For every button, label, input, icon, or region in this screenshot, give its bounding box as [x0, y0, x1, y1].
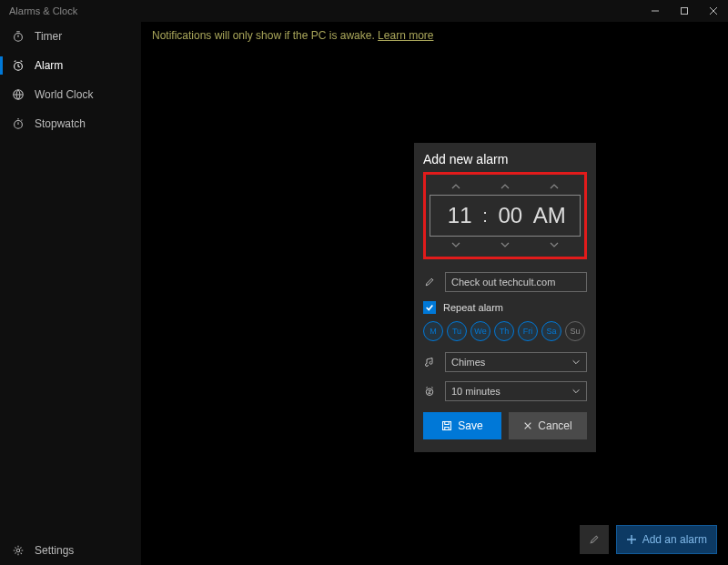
repeat-label: Repeat alarm	[443, 302, 503, 313]
close-button[interactable]	[699, 0, 728, 22]
time-increment-row	[430, 180, 581, 193]
save-icon	[441, 420, 452, 431]
hour-value[interactable]: 11	[444, 203, 475, 228]
content-area: Notifications will only show if the PC i…	[141, 22, 728, 565]
dialog-title: Add new alarm	[423, 152, 587, 166]
dialog-button-row: Save Cancel	[423, 412, 587, 439]
alarm-name-row	[423, 272, 587, 292]
titlebar: Alarms & Clock	[0, 0, 728, 22]
day-fri[interactable]: Fri	[518, 321, 538, 341]
snooze-icon	[423, 385, 436, 398]
minute-up-button[interactable]	[487, 180, 523, 193]
close-icon	[523, 421, 532, 430]
time-colon: :	[482, 206, 488, 227]
edit-alarms-button[interactable]	[580, 525, 609, 554]
add-alarm-label: Add an alarm	[642, 533, 707, 546]
minute-down-button[interactable]	[487, 238, 523, 251]
sidebar-item-label: Timer	[35, 30, 62, 43]
add-alarm-button[interactable]: Add an alarm	[616, 525, 717, 554]
cancel-button[interactable]: Cancel	[509, 412, 587, 439]
repeat-alarm-row: Repeat alarm	[423, 301, 587, 314]
cancel-label: Cancel	[538, 419, 571, 432]
save-button[interactable]: Save	[423, 412, 501, 439]
minimize-button[interactable]	[641, 0, 670, 22]
sound-row: Chimes	[423, 352, 587, 372]
day-thu[interactable]: Th	[494, 321, 514, 341]
time-decrement-row	[430, 238, 581, 251]
day-wed[interactable]: We	[470, 321, 490, 341]
pencil-icon	[589, 533, 600, 546]
app-title: Alarms & Clock	[9, 5, 77, 16]
sidebar-item-alarm[interactable]: Alarm	[0, 51, 141, 80]
note-icon	[423, 356, 436, 368]
sidebar-item-label: Stopwatch	[35, 117, 86, 130]
sidebar-item-label: Alarm	[35, 59, 63, 72]
chevron-down-icon	[571, 388, 581, 395]
notification-learn-more-link[interactable]: Learn more	[378, 29, 433, 42]
repeat-checkbox[interactable]	[423, 301, 436, 314]
bottom-action-bar: Add an alarm	[580, 525, 717, 554]
time-picker-highlight: 11 : 00 AM	[423, 172, 587, 259]
notification-text: Notifications will only show if the PC i…	[152, 29, 378, 42]
ampm-up-button[interactable]	[536, 180, 572, 193]
hour-up-button[interactable]	[438, 180, 474, 193]
svg-rect-7	[443, 422, 451, 430]
minute-value[interactable]: 00	[495, 203, 526, 228]
sound-selected-value: Chimes	[451, 357, 485, 368]
gear-icon	[11, 543, 25, 558]
sidebar-item-world-clock[interactable]: World Clock	[0, 80, 141, 109]
days-of-week-row: M Tu We Th Fri Sa Su	[423, 321, 587, 341]
sidebar-item-label: Settings	[35, 544, 74, 557]
alarm-name-input[interactable]	[445, 272, 587, 292]
sidebar-item-label: World Clock	[35, 88, 93, 101]
save-label: Save	[458, 419, 482, 432]
snooze-selected-value: 10 minutes	[451, 386, 500, 397]
day-sat[interactable]: Sa	[541, 321, 561, 341]
ampm-down-button[interactable]	[536, 238, 572, 251]
sound-select[interactable]: Chimes	[445, 352, 587, 372]
alarm-icon	[11, 58, 25, 73]
timer-icon	[11, 29, 25, 44]
window-controls	[641, 0, 728, 22]
svg-rect-0	[682, 8, 688, 15]
sidebar-item-timer[interactable]: Timer	[0, 22, 141, 51]
edit-icon	[423, 276, 436, 288]
notification-banner: Notifications will only show if the PC i…	[152, 29, 433, 42]
snooze-select[interactable]: 10 minutes	[445, 381, 587, 401]
sidebar: Timer Alarm World Clock Stopwatch Settin…	[0, 22, 141, 565]
plus-icon	[626, 534, 637, 545]
snooze-row: 10 minutes	[423, 381, 587, 401]
chevron-down-icon	[571, 358, 581, 366]
stopwatch-icon	[11, 116, 25, 131]
globe-icon	[11, 87, 25, 102]
time-display[interactable]: 11 : 00 AM	[430, 195, 581, 237]
add-alarm-dialog: Add new alarm 11 : 00 AM	[414, 143, 596, 452]
ampm-value[interactable]: AM	[533, 203, 566, 228]
hour-down-button[interactable]	[438, 238, 474, 251]
day-tue[interactable]: Tu	[447, 321, 467, 341]
sidebar-item-stopwatch[interactable]: Stopwatch	[0, 109, 141, 138]
maximize-button[interactable]	[670, 0, 699, 22]
day-sun[interactable]: Su	[565, 321, 585, 341]
day-mon[interactable]: M	[423, 321, 443, 341]
svg-point-5	[16, 549, 20, 552]
sidebar-item-settings[interactable]: Settings	[0, 536, 141, 565]
